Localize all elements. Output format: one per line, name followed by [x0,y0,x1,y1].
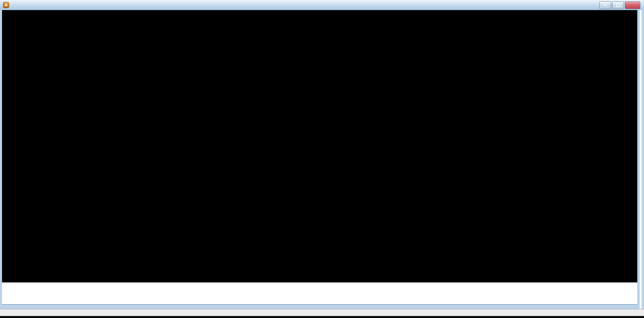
thd-vs-power-chart [2,10,103,60]
app-window [0,0,644,318]
trace-table-row [2,291,637,298]
window-controls [599,1,640,9]
scrollbar-track[interactable] [640,10,642,309]
maximize-button[interactable] [612,1,624,9]
chart-panel [2,10,637,282]
minimize-button[interactable] [599,1,611,9]
window-right-border [637,10,644,309]
app-icon [3,2,9,8]
trace-table-panel [2,284,637,304]
status-bar [0,309,644,316]
maximize-icon [616,3,620,7]
window-bottom-border [2,304,637,309]
taskbar-strip [0,316,644,318]
minimize-icon [603,5,607,6]
close-button[interactable] [625,1,640,9]
title-bar[interactable] [0,0,644,10]
trace-table-header [2,284,637,291]
